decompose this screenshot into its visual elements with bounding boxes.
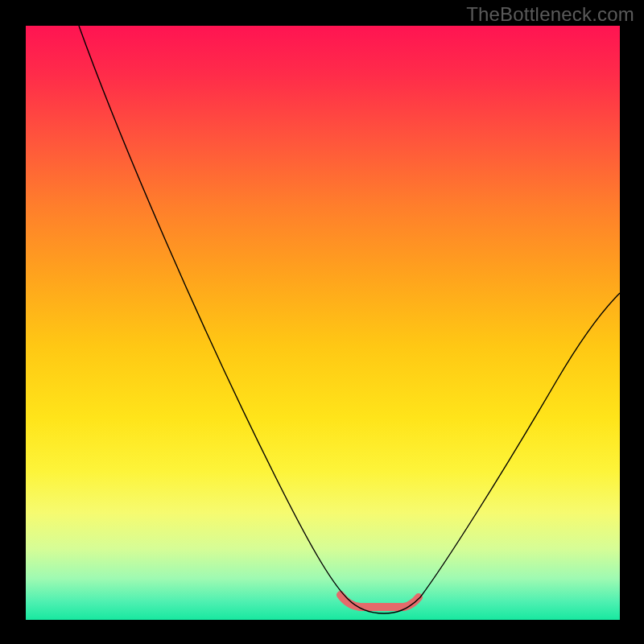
watermark-text: TheBottleneck.com [466, 3, 634, 26]
chart-container: TheBottleneck.com [0, 0, 644, 644]
optimal-zone-highlight [341, 595, 419, 607]
chart-svg [26, 26, 620, 620]
plot-area [26, 26, 620, 620]
bottleneck-curve [79, 26, 620, 613]
